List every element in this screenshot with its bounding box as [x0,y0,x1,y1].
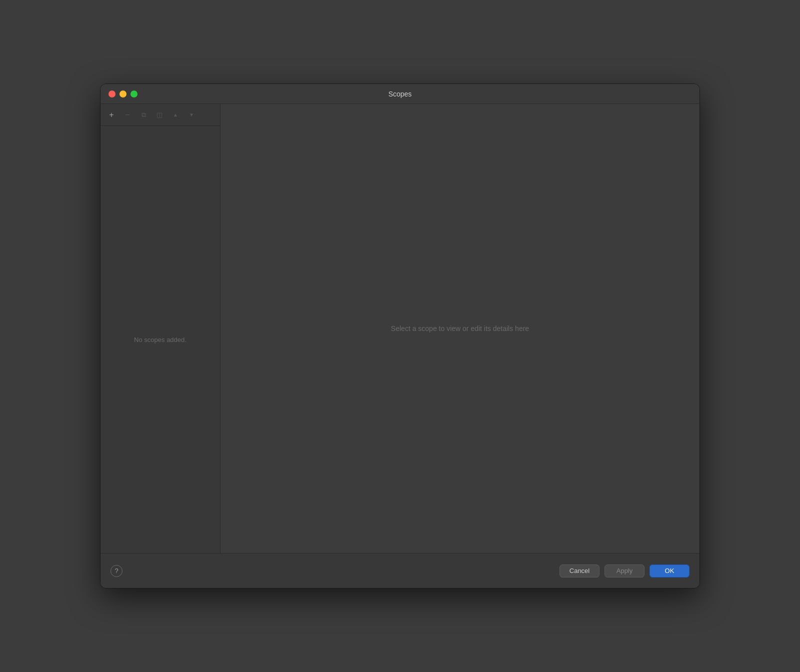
scope-placeholder-text: Select a scope to view or edit its detai… [391,324,529,332]
scopes-dialog: Scopes No scopes added. Select a scope t… [100,84,700,588]
main-content: No scopes added. Select a scope to view … [100,104,700,553]
title-bar: Scopes [100,84,700,104]
scope-detail-panel: Select a scope to view or edit its detai… [220,104,700,553]
save-scope-button[interactable] [152,108,166,122]
sidebar: No scopes added. [100,104,220,553]
remove-scope-button[interactable] [120,108,134,122]
cancel-button[interactable]: Cancel [560,564,600,578]
minimize-button[interactable] [120,90,126,98]
maximize-button[interactable] [130,90,138,98]
ok-button[interactable]: OK [650,564,690,578]
bottom-bar: ? Cancel Apply OK [100,553,700,588]
no-scopes-text: No scopes added. [134,336,186,344]
add-scope-button[interactable] [104,108,118,122]
apply-button[interactable]: Apply [604,564,644,578]
copy-scope-button[interactable] [136,108,150,122]
move-up-button[interactable] [168,108,182,122]
help-button[interactable]: ? [110,565,122,577]
window-controls [108,90,138,98]
sidebar-toolbar [100,104,220,126]
move-down-button[interactable] [184,108,198,122]
close-button[interactable] [108,90,116,98]
sidebar-empty-state: No scopes added. [100,126,220,553]
dialog-buttons: Cancel Apply OK [560,564,690,578]
window-title: Scopes [388,90,412,98]
